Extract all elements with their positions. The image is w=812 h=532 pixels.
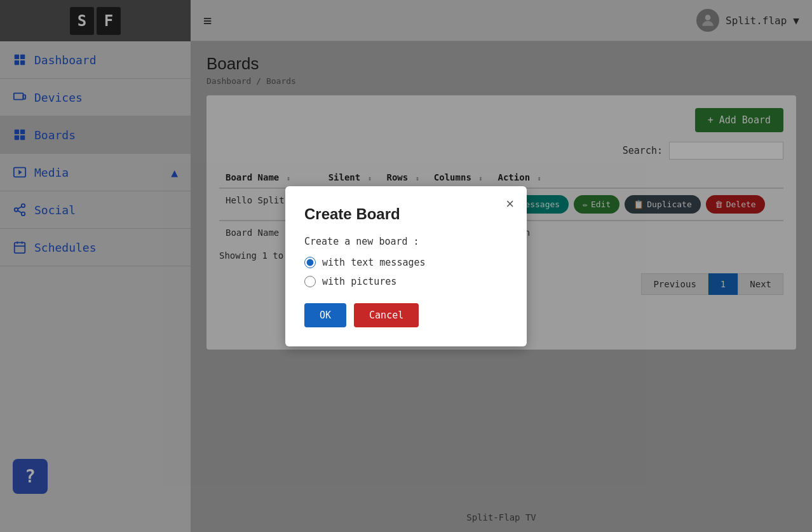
cancel-button[interactable]: Cancel bbox=[354, 303, 419, 327]
radio-pictures-label: with pictures bbox=[322, 276, 396, 287]
radio-text-messages[interactable]: with text messages bbox=[304, 257, 508, 268]
modal-overlay: Create Board × Create a new board : with… bbox=[0, 0, 812, 532]
ok-button[interactable]: OK bbox=[304, 303, 346, 327]
radio-pictures[interactable]: with pictures bbox=[304, 276, 508, 287]
create-board-modal: Create Board × Create a new board : with… bbox=[285, 186, 527, 346]
modal-title: Create Board bbox=[304, 205, 508, 223]
modal-actions: OK Cancel bbox=[304, 303, 508, 327]
radio-text-messages-input[interactable] bbox=[304, 257, 316, 268]
radio-pictures-input[interactable] bbox=[304, 276, 316, 287]
radio-group: with text messages with pictures bbox=[304, 257, 508, 287]
modal-subtitle: Create a new board : bbox=[304, 236, 508, 247]
radio-text-messages-label: with text messages bbox=[322, 257, 426, 268]
modal-close-button[interactable]: × bbox=[506, 196, 514, 212]
